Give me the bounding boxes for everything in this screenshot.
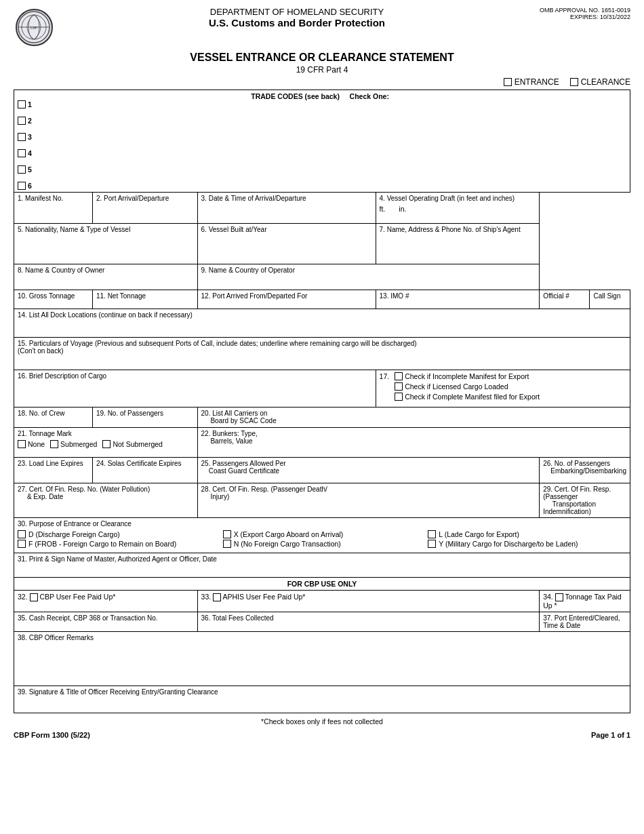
field-23: 23. Load Line Expires [14, 458, 93, 483]
entrance-label: ENTRANCE [515, 77, 559, 87]
row-cbp-header: FOR CBP USE ONLY [14, 578, 630, 591]
clearance-label: CLEARANCE [581, 77, 630, 87]
field-33: 33. APHIS User Fee Paid Up* [197, 591, 540, 612]
check-one-label: Check One: [350, 92, 389, 100]
row-30: 30. Purpose of Entrance or Clearance D (… [14, 518, 630, 553]
f34-checkbox[interactable] [555, 593, 563, 601]
field-4: 4. Vessel Operating Draft (in feet and i… [376, 193, 540, 224]
field-35: 35. Cash Receipt, CBP 368 or Transaction… [14, 612, 198, 632]
purpose-f[interactable]: F (FROB - Foreign Cargo to Remain on Boa… [18, 540, 216, 548]
tonnage-not-submerged[interactable]: Not Submerged [102, 440, 163, 448]
f17-check-2[interactable]: Check if Licensed Cargo Loaded [395, 382, 540, 391]
field-2: 2. Port Arrival/Departure [92, 193, 197, 224]
tonnage-none[interactable]: None [18, 440, 45, 448]
check-3[interactable]: 3 [18, 133, 626, 141]
entrance-checkbox[interactable] [504, 78, 512, 86]
field-36: 36. Total Fees Collected [197, 612, 540, 632]
field-39: 39. Signature & Title of Officer Receivi… [14, 686, 630, 713]
row-39: 39. Signature & Title of Officer Receivi… [14, 686, 630, 713]
check-1[interactable]: 1 [18, 100, 626, 108]
field-3: 3. Date & Time of Arrival/Departure [197, 193, 376, 224]
field-13-official: Official # [540, 290, 590, 309]
field-6: 6. Vessel Built at/Year [197, 224, 376, 264]
field-12: 12. Port Arrived From/Departed For [197, 290, 376, 309]
svg-text:CBP: CBP [31, 26, 38, 30]
clearance-option[interactable]: CLEARANCE [570, 77, 630, 87]
clearance-checkbox[interactable] [570, 78, 578, 86]
agency-header: DEPARTMENT OF HOMELAND SECURITY U.S. Cus… [54, 7, 540, 28]
row-10-13: 10. Gross Tonnage 11. Net Tonnage 12. Po… [14, 290, 630, 309]
tonnage-submerged[interactable]: Submerged [50, 440, 97, 448]
row-14: 14. List All Dock Locations (continue on… [14, 309, 630, 338]
field-26: 26. No. of Passengers Embarking/Disembar… [540, 458, 630, 483]
field-17-label: 17. [380, 372, 390, 380]
f32-label: CBP User Fee Paid Up* [39, 593, 115, 601]
field-27: 27. Cert. Of Fin. Resp. No. (Water Pollu… [14, 483, 198, 518]
field-28: 28. Cert. Of Fin. Resp. (Passenger Death… [197, 483, 540, 518]
check-6[interactable]: 6 [18, 182, 626, 190]
field-21: 21. Tonnage Mark None Submerged Not Subm… [14, 428, 198, 458]
field-8: 8. Name & Country of Owner [14, 264, 198, 290]
row-38: 38. CBP Officer Remarks [14, 632, 630, 686]
row-21-22: 21. Tonnage Mark None Submerged Not Subm… [14, 428, 630, 458]
trade-codes-see-back: (see back) [305, 92, 340, 100]
purpose-l[interactable]: L (Lade Cargo for Export) [428, 530, 626, 538]
check-5[interactable]: 5 [18, 165, 626, 174]
field-17: 17. Check if Incomplete Manifest for Exp… [376, 370, 630, 408]
row-27-29: 27. Cert. Of Fin. Resp. No. (Water Pollu… [14, 483, 630, 518]
row-23-26: 23. Load Line Expires 24. Solas Certific… [14, 458, 630, 483]
field-32: 32. CBP User Fee Paid Up* [14, 591, 198, 612]
purpose-d[interactable]: D (Discharge Foreign Cargo) [18, 530, 216, 538]
field-4-in: in. [399, 205, 406, 213]
row-31: 31. Print & Sign Name of Master, Authori… [14, 553, 630, 578]
row-16-17: 16. Brief Description of Cargo 17. Check… [14, 370, 630, 408]
field-9: 9. Name & Country of Operator [197, 264, 540, 290]
field-20: 20. List All Carriers on Board by SCAC C… [197, 408, 630, 428]
row-8-9: 8. Name & Country of Owner 9. Name & Cou… [14, 264, 630, 290]
f33-checkbox[interactable] [213, 593, 221, 601]
field-7: 7. Name, Address & Phone No. of Ship's A… [376, 224, 540, 264]
cbp-use-only-header: FOR CBP USE ONLY [14, 578, 630, 591]
trade-codes-cell: TRADE CODES (see back) Check One: 1 2 3 … [14, 90, 630, 193]
footer: CBP Form 1300 (5/22) Page 1 of 1 [14, 731, 630, 739]
row-5-7: 5. Nationality, Name & Type of Vessel 6.… [14, 224, 630, 264]
field-15: 15. Particulars of Voyage (Previous and … [14, 338, 630, 370]
row-15: 15. Particulars of Voyage (Previous and … [14, 338, 630, 370]
trade-codes-label: TRADE CODES [251, 92, 302, 100]
entrance-option[interactable]: ENTRANCE [504, 77, 559, 87]
f33-label: APHIS User Fee Paid Up* [222, 593, 305, 601]
main-form-table: TRADE CODES (see back) Check One: 1 2 3 … [14, 90, 630, 713]
field-1: 1. Manifest No. [14, 193, 93, 224]
omb-info: OMB APPROVAL NO. 1651-0019 EXPIRES: 10/3… [540, 7, 630, 20]
page-info: Page 1 of 1 [591, 731, 630, 739]
field-37: 37. Port Entered/Cleared, Time & Date [540, 612, 630, 632]
field-10: 10. Gross Tonnage [14, 290, 93, 309]
check-2[interactable]: 2 [18, 117, 626, 125]
form-title: VESSEL ENTRANCE OR CLEARANCE STATEMENT [14, 52, 630, 64]
field-24: 24. Solas Certificate Expires [92, 458, 197, 483]
field-25: 25. Passengers Allowed Per Coast Guard C… [197, 458, 540, 483]
purpose-y[interactable]: Y (Military Cargo for Discharge/to be La… [428, 540, 626, 548]
field-22: 22. Bunkers: Type, Barrels, Value [197, 428, 630, 458]
form-number: CBP Form 1300 (5/22) [14, 731, 90, 739]
cbp-logo: CBP [14, 7, 54, 47]
f32-checkbox[interactable] [30, 593, 38, 601]
purpose-n[interactable]: N (No Foreign Cargo Transaction) [223, 540, 422, 548]
trade-codes-row: TRADE CODES (see back) Check One: 1 2 3 … [14, 90, 630, 193]
tonnage-mark-options: None Submerged Not Submerged [18, 440, 194, 448]
row-35-37: 35. Cash Receipt, CBP 368 or Transaction… [14, 612, 630, 632]
department-name: DEPARTMENT OF HOMELAND SECURITY [54, 7, 540, 17]
field-34: 34. Tonnage Tax Paid Up * [540, 591, 630, 612]
field-13-callsign: Call Sign [590, 290, 630, 309]
f17-check-1[interactable]: Check if Incomplete Manifest for Export [395, 372, 540, 380]
agency-name: U.S. Customs and Border Protection [54, 17, 540, 28]
field-38: 38. CBP Officer Remarks [14, 632, 630, 686]
check-4[interactable]: 4 [18, 149, 626, 157]
purpose-x[interactable]: X (Export Cargo Aboard on Arrival) [223, 530, 422, 538]
field-5: 5. Nationality, Name & Type of Vessel [14, 224, 198, 264]
field-4-ft: ft. [380, 205, 386, 213]
f17-check-3[interactable]: Check if Complete Manifest filed for Exp… [395, 393, 540, 401]
footnote: *Check boxes only if fees not collected [14, 717, 630, 726]
field-11: 11. Net Tonnage [92, 290, 197, 309]
field-16: 16. Brief Description of Cargo [14, 370, 376, 408]
